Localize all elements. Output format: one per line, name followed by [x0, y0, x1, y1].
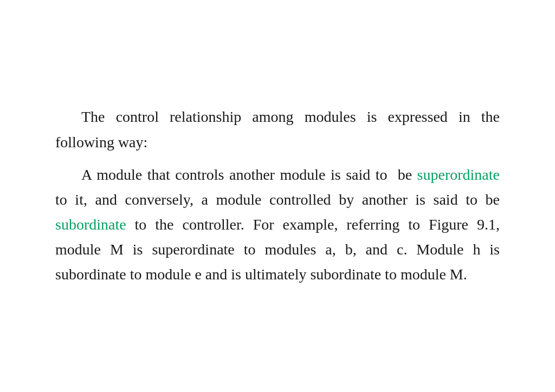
paragraph-2-part1: A module that controls another module is…: [81, 166, 417, 183]
superordinate-label: superordinate: [417, 166, 500, 183]
subordinate-label: subordinate: [55, 216, 126, 233]
paragraph-1-text: The control relationship among modules i…: [55, 108, 500, 150]
paragraph-2: A module that controls another module is…: [55, 162, 500, 288]
paragraph-2-part2: to it, and conversely, a module controll…: [55, 191, 500, 208]
content-area: The control relationship among modules i…: [44, 72, 511, 319]
paragraph-1: The control relationship among modules i…: [55, 104, 500, 154]
